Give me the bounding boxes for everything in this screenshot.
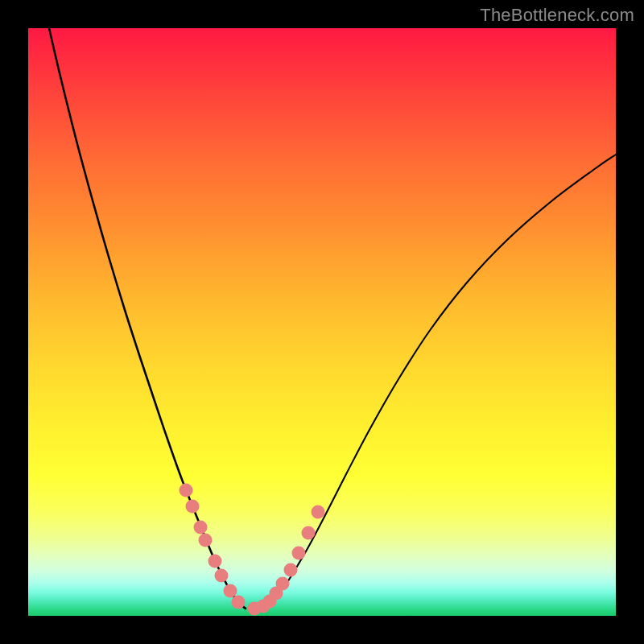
highlight-dot (224, 584, 237, 598)
highlight-dot (292, 547, 306, 560)
highlight-dot (186, 500, 200, 514)
highlight-dot (208, 555, 222, 568)
highlight-dot (194, 521, 208, 535)
highlight-dot (199, 534, 213, 547)
highlight-dot (232, 596, 246, 609)
watermark-text: TheBottleneck.com (480, 5, 634, 26)
highlight-dot (302, 526, 316, 540)
highlight-dot (180, 484, 193, 497)
highlight-dot (284, 564, 298, 577)
curves-svg (28, 28, 616, 616)
curve-right-branch (262, 155, 616, 608)
highlight-dot (215, 569, 229, 583)
highlight-dot-group (180, 484, 325, 616)
chart-frame: TheBottleneck.com (0, 0, 644, 644)
plot-area (28, 28, 616, 616)
highlight-dot (312, 506, 325, 519)
curve-left-branch (49, 28, 246, 609)
highlight-dot (276, 577, 290, 591)
